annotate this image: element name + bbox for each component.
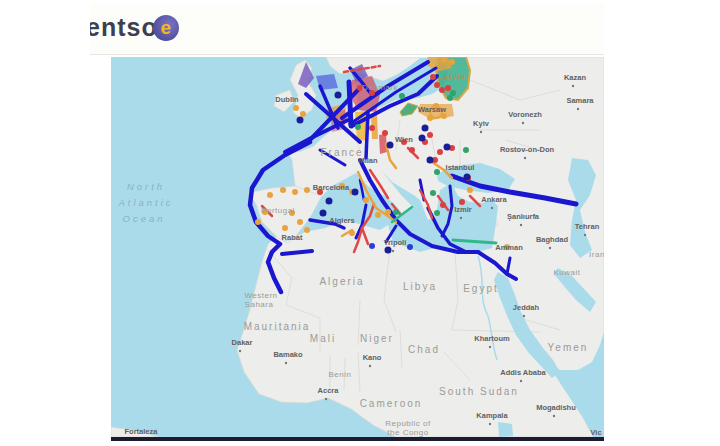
map-label: Kampala: [476, 411, 508, 420]
map-label: Baghdad: [536, 235, 569, 244]
city-dot: [520, 224, 522, 226]
city-dot: [524, 157, 526, 159]
water-body: [498, 422, 513, 437]
map-marker: [297, 219, 303, 225]
map-label: Kuwait: [553, 268, 580, 277]
map-marker: [320, 210, 327, 217]
map-label: Accra: [318, 386, 340, 395]
city-dot: [522, 122, 524, 124]
map-label: Vic: [590, 428, 601, 437]
map-marker: [355, 124, 361, 130]
map-label: Fortaleza: [125, 427, 159, 436]
map-marker: [292, 189, 298, 195]
city-dot: [480, 131, 482, 133]
map-marker: [430, 74, 436, 80]
map-marker: [444, 144, 451, 151]
map-label: Cameroon: [360, 398, 423, 409]
map-marker: [464, 174, 471, 181]
map-marker: [419, 135, 426, 142]
map-marker: [427, 132, 433, 138]
map-bottom-border: [111, 437, 604, 441]
map-label: France: [320, 147, 363, 158]
city-dot: [489, 346, 491, 348]
map-label: Warsaw: [418, 105, 446, 114]
map-label: Niger: [360, 333, 394, 344]
map-marker: [387, 142, 394, 149]
transmission-line: [366, 112, 368, 158]
map-marker: [363, 197, 369, 203]
map-label: Algiers: [329, 216, 354, 225]
map-marker: [385, 247, 392, 254]
map-label: Izmir: [454, 205, 472, 214]
map-label: Bamako: [273, 350, 303, 359]
map-label: Milan: [358, 156, 378, 165]
city-dot: [489, 423, 491, 425]
map-marker: [304, 227, 310, 233]
map-marker: [434, 169, 440, 175]
map-label: Western: [244, 291, 277, 300]
map-label: Mauritania: [244, 321, 311, 332]
map-label: Şanlıurfa: [507, 212, 540, 221]
map-label: Samara: [566, 96, 594, 105]
map-label: South Sudan: [439, 386, 519, 397]
city-dot: [369, 365, 371, 367]
city-dot: [285, 362, 287, 364]
map-marker: [447, 95, 453, 101]
map-label: Barcelona: [313, 183, 350, 192]
map-marker: [434, 210, 440, 216]
map-label: Jeddah: [513, 303, 540, 312]
map-marker: [463, 147, 469, 153]
map-marker: [385, 209, 391, 215]
map-marker: [282, 225, 288, 231]
grid-map: NorthAtlanticOceanFranceDenmarkLatviaDub…: [111, 57, 604, 437]
map-label: Ocean: [123, 213, 166, 224]
city-dot: [572, 85, 574, 87]
map-label: Rostov-on-Don: [500, 145, 555, 154]
map-marker: [399, 93, 405, 99]
map-marker: [434, 82, 440, 88]
map-label: Libya: [403, 281, 437, 292]
map-label: Voronezh: [508, 110, 542, 119]
map-label: Atlantic: [117, 197, 173, 208]
map-label: Addis Ababa: [500, 368, 546, 377]
map-label: Rabat: [282, 233, 303, 242]
map-label: Sahara: [245, 300, 274, 309]
map-marker: [441, 57, 447, 63]
city-dot: [553, 415, 555, 417]
logo-text: entso: [90, 13, 158, 42]
map-marker: [293, 105, 299, 111]
map-marker: [437, 149, 443, 155]
map-label: the Congo: [387, 428, 428, 437]
map-label: Mali: [310, 333, 336, 344]
map-marker: [267, 192, 273, 198]
map-label: Wien: [395, 135, 413, 144]
map-label: Chad: [408, 344, 440, 355]
map-marker: [409, 147, 415, 153]
city-dot: [325, 398, 327, 400]
city-dot: [584, 234, 586, 236]
city-dot: [520, 380, 522, 382]
city-dot: [460, 217, 462, 219]
map-marker: [440, 202, 446, 208]
map-label: Tehran: [575, 222, 600, 231]
city-dot: [491, 207, 493, 209]
map-label: Kano: [363, 353, 382, 362]
map-marker: [369, 125, 375, 131]
map-label: Tripoli: [384, 238, 407, 247]
map-label: Mogadishu: [536, 403, 576, 412]
map-marker: [280, 187, 286, 193]
map-marker: [467, 187, 473, 193]
map-marker: [369, 243, 375, 249]
map-canvas[interactable]: NorthAtlanticOceanFranceDenmarkLatviaDub…: [111, 57, 604, 437]
map-marker: [382, 130, 388, 136]
map-marker: [375, 212, 381, 218]
map-marker: [439, 87, 445, 93]
map-marker: [304, 187, 310, 193]
map-label: North: [127, 181, 165, 192]
map-marker: [255, 219, 261, 225]
app-header: entso e: [90, 3, 604, 55]
map-label: Ankara: [481, 195, 507, 204]
map-label: Benin: [329, 370, 352, 379]
map-label: Latvia: [438, 72, 465, 81]
map-label: Kazan: [564, 73, 587, 82]
